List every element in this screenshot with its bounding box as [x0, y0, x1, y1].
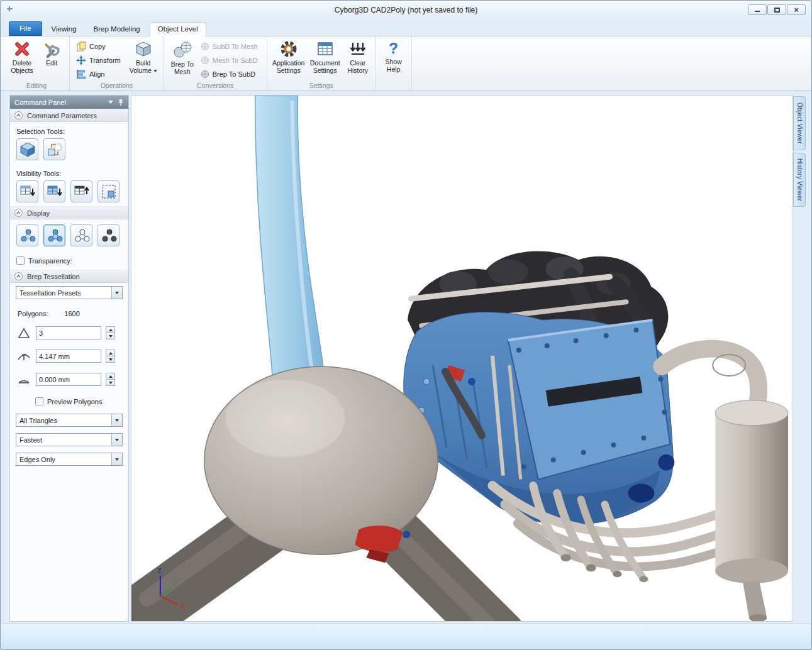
title-bar[interactable]: Cyborg3D CAD2Poly (not yet saved to file… — [1, 1, 811, 19]
tessellation-presets-select[interactable]: Tessellation Presets — [16, 286, 123, 299]
combo-dropdown-button[interactable] — [111, 434, 122, 446]
subd-to-mesh-label: SubD To Mesh — [213, 43, 258, 50]
minimize-button[interactable] — [748, 4, 767, 15]
swap-selection-button[interactable] — [43, 138, 65, 160]
copy-button[interactable]: Copy — [74, 40, 126, 53]
build-volume-button[interactable]: Build Volume — [127, 38, 160, 75]
spin-up-button[interactable] — [106, 350, 115, 356]
minimize-icon — [755, 8, 760, 12]
tab-file[interactable]: File — [9, 21, 42, 36]
combo-dropdown-button[interactable] — [111, 414, 122, 426]
application-settings-label: Application Settings — [272, 59, 304, 74]
document-settings-label: Document Settings — [309, 59, 341, 74]
tab-viewing[interactable]: Viewing — [44, 23, 84, 36]
tab-history-viewer[interactable]: History Viewer — [793, 153, 806, 207]
combo-dropdown-button[interactable] — [111, 453, 122, 465]
help-icon: ? — [389, 40, 398, 57]
chevron-down-icon — [109, 358, 113, 361]
zoom-extents-button[interactable] — [97, 180, 120, 202]
copy-label: Copy — [89, 43, 106, 50]
brep-to-subd-button[interactable]: Brep To SubD — [198, 67, 263, 80]
edit-button[interactable]: Edit — [38, 38, 65, 67]
spin-up-button[interactable] — [106, 373, 115, 380]
ribbon-group-settings: Application Settings Document Settings — [267, 36, 376, 91]
display-shaded-icon — [19, 228, 36, 244]
close-button[interactable]: × — [787, 4, 806, 15]
chevron-down-icon — [115, 439, 119, 441]
display-wireframe-button[interactable] — [70, 224, 92, 246]
document-settings-button[interactable]: Document Settings — [308, 38, 343, 75]
section-command-parameters[interactable]: Command Parameters — [10, 109, 128, 122]
display-shaded-button[interactable] — [16, 224, 38, 246]
maximize-button[interactable] — [767, 4, 786, 15]
brep-to-subd-icon — [201, 70, 209, 79]
group-label-conversions: Conversions — [167, 81, 264, 91]
brep-to-mesh-button[interactable]: Brep To Mesh — [168, 38, 197, 76]
application-settings-button[interactable]: Application Settings — [271, 38, 306, 75]
display-shaded-edges-icon — [47, 228, 63, 244]
zoom-extents-icon — [101, 184, 117, 200]
preview-polygons-row[interactable]: Preview Polygons — [35, 397, 128, 405]
clear-history-icon — [349, 40, 367, 58]
show-help-button[interactable]: ? Show Help — [380, 38, 408, 74]
3d-scene[interactable]: Z Y X — [131, 96, 793, 621]
spin-up-button[interactable] — [106, 326, 115, 333]
build-volume-icon — [135, 40, 152, 58]
preview-polygons-checkbox[interactable] — [35, 397, 43, 405]
transparency-row[interactable]: Transparency: — [16, 256, 128, 265]
speed-select[interactable]: Fastest — [16, 433, 123, 446]
combo-dropdown-button[interactable] — [111, 287, 122, 299]
subd-to-mesh-icon — [201, 42, 209, 51]
mesh-to-subd-label: Mesh To SubD — [213, 57, 258, 64]
preview-polygons-label: Preview Polygons — [47, 398, 102, 405]
section-brep-tessellation[interactable]: Brep Tessellation — [10, 270, 128, 283]
hide-unselected-button[interactable] — [43, 180, 65, 202]
angle-input[interactable] — [36, 326, 101, 339]
spin-down-button[interactable] — [106, 356, 115, 363]
spin-down-button[interactable] — [106, 333, 115, 339]
show-all-icon — [74, 184, 90, 200]
show-all-button[interactable] — [70, 180, 92, 202]
subd-to-mesh-button[interactable]: SubD To Mesh — [198, 40, 263, 53]
display-shaded-edges-button[interactable] — [43, 224, 65, 246]
tab-brep-modeling[interactable]: Brep Modeling — [86, 23, 148, 36]
edge-mode-select[interactable]: Edges Only — [16, 453, 123, 466]
chevron-up-icon — [109, 352, 113, 355]
edge-length-field-row — [16, 373, 128, 386]
viewport-3d[interactable]: Z Y X — [131, 95, 793, 622]
tab-object-level[interactable]: Object Level — [150, 22, 206, 36]
select-solid-button[interactable] — [16, 138, 38, 160]
surface-deviation-input[interactable] — [36, 350, 101, 363]
speed-value: Fastest — [16, 434, 111, 446]
triangle-mode-select[interactable]: All Triangles — [16, 414, 123, 427]
mesh-to-subd-button[interactable]: Mesh To SubD — [198, 53, 263, 67]
section-display[interactable]: Display — [10, 206, 128, 219]
section-title: Brep Tessellation — [27, 273, 80, 280]
command-panel-header[interactable]: Command Panel — [10, 96, 128, 109]
transparency-checkbox[interactable] — [16, 256, 25, 265]
dropdown-arrow-icon — [153, 70, 157, 72]
angle-field-row — [16, 326, 128, 339]
edge-length-spinner — [106, 373, 115, 386]
align-button[interactable]: Align — [74, 67, 126, 80]
delete-objects-button[interactable]: Delete Objects — [8, 38, 36, 75]
display-modes-row — [16, 224, 128, 246]
brep-to-mesh-label: Brep To Mesh — [170, 60, 195, 75]
pin-icon[interactable] — [118, 99, 124, 106]
edit-label: Edit — [46, 59, 57, 67]
tessellation-presets-value: Tessellation Presets — [16, 287, 111, 299]
transform-button[interactable]: Transform — [74, 53, 126, 67]
edge-length-input[interactable] — [36, 373, 101, 386]
clear-history-button[interactable]: Clear History — [344, 38, 372, 75]
spin-down-button[interactable] — [106, 380, 115, 386]
panel-menu-icon[interactable] — [108, 101, 113, 104]
tab-object-viewer[interactable]: Object Viewer — [793, 96, 806, 150]
ribbon-tab-row: File Viewing Brep Modeling Object Level — [1, 19, 811, 36]
visibility-tools-row — [16, 180, 128, 202]
chevron-down-icon — [109, 335, 113, 338]
hide-selected-button[interactable] — [16, 180, 38, 202]
polygons-value: 1600 — [64, 310, 79, 317]
edge-mode-value: Edges Only — [16, 453, 111, 465]
display-hidden-button[interactable] — [97, 224, 120, 246]
spinner-cone — [204, 366, 438, 554]
